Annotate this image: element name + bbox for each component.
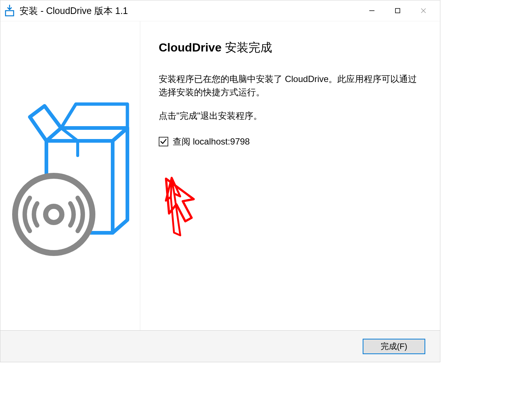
heading-status: 安装完成 <box>222 41 272 54</box>
checkmark-icon <box>160 138 167 145</box>
box-disc-icon <box>10 93 131 259</box>
main-content: CloudDrive 安装完成 安装程序已在您的电脑中安装了 CloudDriv… <box>140 21 440 330</box>
view-localhost-checkbox[interactable] <box>159 137 168 146</box>
installer-sidebar-image <box>0 21 140 330</box>
window-title: 安装 - CloudDrive 版本 1.1 <box>20 5 359 17</box>
close-button[interactable] <box>411 0 436 21</box>
installer-window: 安装 - CloudDrive 版本 1.1 <box>0 0 440 362</box>
install-complete-text: 安装程序已在您的电脑中安装了 CloudDrive。此应用程序可以通过选择安装的… <box>159 72 425 99</box>
window-icon <box>4 4 17 17</box>
svg-rect-0 <box>6 11 14 16</box>
titlebar: 安装 - CloudDrive 版本 1.1 <box>0 0 440 21</box>
content-area: CloudDrive 安装完成 安装程序已在您的电脑中安装了 CloudDriv… <box>0 21 440 330</box>
finish-button[interactable]: 完成(F) <box>363 339 425 354</box>
checkbox-row: 查阅 localhost:9798 <box>159 136 425 147</box>
minimize-button[interactable] <box>359 0 385 21</box>
footer: 完成(F) <box>0 330 440 362</box>
exit-instruction-text: 点击"完成"退出安装程序。 <box>159 109 425 122</box>
page-heading: CloudDrive 安装完成 <box>159 40 425 56</box>
checkbox-label: 查阅 localhost:9798 <box>173 136 250 147</box>
window-controls <box>359 0 436 21</box>
svg-rect-2 <box>395 8 400 13</box>
maximize-button[interactable] <box>385 0 411 21</box>
heading-product-name: CloudDrive <box>159 41 222 54</box>
